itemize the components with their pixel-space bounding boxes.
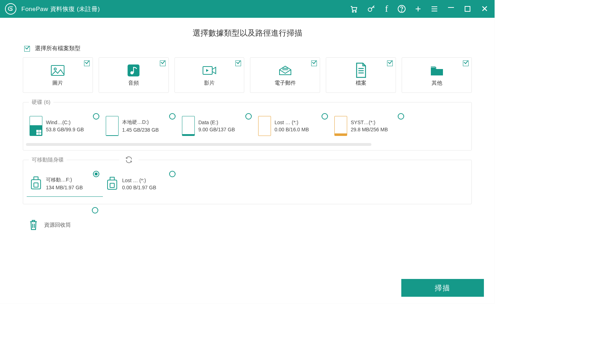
- drive-name: Lost … (*:): [275, 120, 309, 125]
- hdd-drive-item[interactable]: SYST…(*:)29.8 MB/256 MB: [332, 113, 408, 139]
- type-label: 檔案: [356, 80, 366, 86]
- hdd-icon: [182, 116, 195, 136]
- svg-point-0: [353, 11, 354, 12]
- checkbox-icon: [84, 60, 90, 66]
- type-card-email[interactable]: 電子郵件: [250, 57, 320, 93]
- type-label: 其他: [432, 80, 442, 86]
- type-card-video[interactable]: 影片: [174, 57, 245, 93]
- hdd-drive-item[interactable]: Lost … (*:)0.00 B/16.0 MB: [255, 113, 332, 139]
- removable-group-label: 可移動隨身碟: [29, 157, 67, 163]
- recycle-row: 資源回收筒: [23, 213, 472, 236]
- type-card-audio[interactable]: 音頻: [99, 57, 169, 93]
- radio-icon: [169, 113, 176, 120]
- image-icon: [51, 64, 65, 77]
- refresh-icon[interactable]: [119, 156, 139, 165]
- hdd-drive-item[interactable]: Wind…(C:)53.8 GB/99.9 GB: [27, 113, 103, 139]
- removable-drive-row: 可移動…F:)134 MB/1.97 GBLost … (*:)0.00 B/1…: [26, 171, 469, 200]
- hdd-icon: [258, 116, 271, 136]
- type-card-other[interactable]: 其他: [402, 57, 472, 93]
- horizontal-scrollbar[interactable]: [26, 143, 469, 146]
- removable-group: 可移動隨身碟 可移動…F:)134 MB/1.97 GBLost … (*:)0…: [23, 160, 472, 204]
- facebook-icon[interactable]: f: [385, 4, 388, 14]
- svg-rect-5: [465, 6, 470, 11]
- help-icon[interactable]: [397, 5, 406, 13]
- video-icon: [202, 64, 216, 77]
- drive-size: 29.8 MB/256 MB: [351, 127, 388, 132]
- removable-drive-item[interactable]: Lost … (*:)0.00 B/1.97 GB: [103, 171, 179, 197]
- checkbox-icon: [160, 60, 166, 66]
- radio-icon: [245, 113, 252, 120]
- hdd-group-label: 硬碟 (6): [29, 99, 53, 106]
- plus-icon[interactable]: +: [415, 4, 421, 14]
- type-label: 電子郵件: [275, 80, 296, 86]
- file-type-grid: 圖片 音頻 影片 電子郵件 檔案: [23, 57, 472, 93]
- audio-icon: [126, 64, 141, 77]
- hdd-drive-item[interactable]: Data (E:)9.00 GB/137 GB: [179, 113, 255, 139]
- logo-and-title: FonePaw 資料恢復 (未註冊): [5, 3, 100, 15]
- checkbox-icon: [24, 46, 30, 52]
- key-icon[interactable]: [367, 5, 376, 13]
- radio-icon: [93, 113, 99, 120]
- drive-size: 0.00 B/1.97 GB: [122, 185, 156, 190]
- app-logo-icon: [5, 3, 16, 15]
- minimize-icon[interactable]: –: [448, 1, 454, 12]
- trash-icon: [28, 219, 38, 231]
- drive-name: 可移動…F:): [46, 177, 83, 183]
- usb-icon: [106, 174, 119, 194]
- window-title: FonePaw 資料恢復 (未註冊): [21, 5, 100, 13]
- drive-size: 134 MB/1.97 GB: [46, 185, 83, 190]
- select-all-label: 選擇所有檔案類型: [35, 45, 80, 52]
- close-icon[interactable]: ✕: [481, 5, 488, 13]
- titlebar-controls: f + – ✕: [349, 4, 488, 14]
- drive-size: 0.00 B/16.0 MB: [275, 127, 309, 132]
- type-card-document[interactable]: 檔案: [326, 57, 396, 93]
- radio-icon: [92, 207, 98, 213]
- removable-drive-item[interactable]: 可移動…F:)134 MB/1.97 GB: [27, 171, 103, 197]
- titlebar: FonePaw 資料恢復 (未註冊) f + – ✕: [0, 0, 495, 18]
- radio-icon: [169, 171, 176, 177]
- hdd-drive-item[interactable]: 本地硬…D:)1.45 GB/238 GB: [103, 113, 179, 139]
- page-title: 選擇數據類型以及路徑進行掃描: [23, 28, 472, 38]
- usb-icon: [30, 174, 42, 194]
- scan-button[interactable]: 掃描: [401, 279, 484, 297]
- maximize-icon[interactable]: [463, 5, 472, 13]
- main-content: 選擇數據類型以及路徑進行掃描 選擇所有檔案類型 圖片 音頻 影片: [0, 18, 495, 240]
- drive-size: 1.45 GB/238 GB: [122, 127, 159, 133]
- document-icon: [354, 64, 368, 77]
- radio-icon: [322, 113, 328, 120]
- svg-point-7: [54, 68, 56, 70]
- drive-name: 本地硬…D:): [122, 119, 159, 126]
- folder-icon: [430, 64, 444, 77]
- drive-name: Wind…(C:): [46, 120, 84, 125]
- type-card-image[interactable]: 圖片: [23, 57, 93, 93]
- menu-icon[interactable]: [430, 5, 439, 13]
- recycle-bin-item[interactable]: 資源回收筒: [26, 217, 102, 233]
- type-label: 影片: [204, 80, 215, 86]
- radio-icon: [398, 113, 404, 120]
- recycle-label: 資源回收筒: [44, 222, 71, 228]
- radio-icon: [93, 171, 99, 177]
- drive-name: Data (E:): [198, 120, 235, 125]
- app-window: FonePaw 資料恢復 (未註冊) f + – ✕ 選擇數據類型以及路徑進行掃…: [0, 0, 495, 303]
- checkbox-icon: [311, 60, 317, 66]
- cart-icon[interactable]: [349, 5, 358, 13]
- select-all-checkbox[interactable]: 選擇所有檔案類型: [24, 45, 472, 52]
- email-icon: [278, 64, 292, 77]
- drive-size: 9.00 GB/137 GB: [198, 127, 235, 132]
- hdd-drive-row: Wind…(C:)53.8 GB/99.9 GB本地硬…D:)1.45 GB/2…: [26, 113, 469, 142]
- hdd-icon: [334, 116, 347, 136]
- svg-point-4: [401, 11, 402, 11]
- type-label: 音頻: [128, 80, 139, 86]
- drive-name: Lost … (*:): [122, 178, 156, 183]
- type-label: 圖片: [52, 80, 63, 86]
- drive-size: 53.8 GB/99.9 GB: [46, 127, 84, 132]
- checkbox-icon: [235, 60, 241, 66]
- checkbox-icon: [463, 60, 469, 66]
- checkbox-icon: [387, 60, 393, 66]
- hdd-icon: [106, 116, 119, 136]
- hdd-group: 硬碟 (6) Wind…(C:)53.8 GB/99.9 GB本地硬…D:)1.…: [23, 102, 472, 151]
- hdd-icon: [30, 116, 42, 136]
- svg-point-1: [355, 11, 356, 12]
- svg-point-9: [130, 71, 134, 74]
- drive-name: SYST…(*:): [351, 120, 388, 125]
